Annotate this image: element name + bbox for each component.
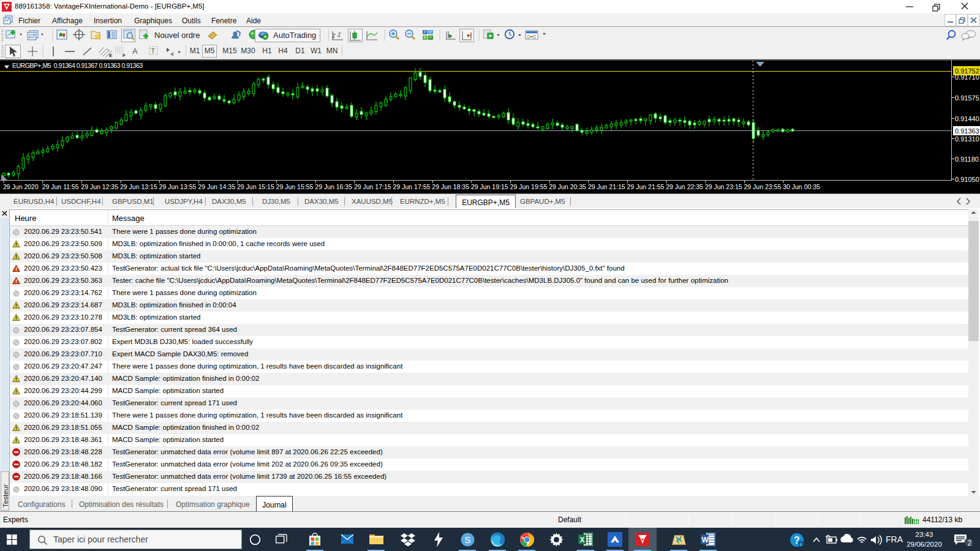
svg-text:2: 2 xyxy=(968,539,972,547)
svg-text:0.91440: 0.91440 xyxy=(955,115,979,122)
svg-text:30 Jun 00:35: 30 Jun 00:35 xyxy=(783,183,820,190)
svg-text:F: F xyxy=(123,53,126,58)
svg-text:29 Jun 17:15: 29 Jun 17:15 xyxy=(354,183,391,190)
svg-text:29 Jun 15:55: 29 Jun 15:55 xyxy=(276,183,314,190)
svg-text:29 Jun 17:55: 29 Jun 17:55 xyxy=(393,183,431,190)
svg-text:0.91575: 0.91575 xyxy=(955,94,979,102)
svg-text:i: i xyxy=(801,542,802,547)
svg-text:29 Jun 15:15: 29 Jun 15:15 xyxy=(237,183,274,190)
svg-text:29 Jun 23:15: 29 Jun 23:15 xyxy=(705,183,742,190)
svg-text:E: E xyxy=(109,53,113,58)
svg-text:29 Jun 19:15: 29 Jun 19:15 xyxy=(471,183,508,190)
svg-text:29 Jun 18:35: 29 Jun 18:35 xyxy=(432,183,469,190)
svg-text:29 Jun 13:55: 29 Jun 13:55 xyxy=(159,183,197,190)
svg-text:A: A xyxy=(132,47,138,56)
svg-text:0.91363: 0.91363 xyxy=(955,127,979,135)
svg-text:X: X xyxy=(580,536,585,544)
svg-text:T: T xyxy=(151,47,156,54)
svg-text:29 Jun 20:35: 29 Jun 20:35 xyxy=(549,183,586,190)
svg-text:0.91050: 0.91050 xyxy=(955,176,979,183)
svg-text:S: S xyxy=(465,534,471,545)
svg-text:EURGBP+,M5 0.91364 0.91367 0.: EURGBP+,M5 0.91364 0.91367 0.91363 0.913… xyxy=(12,62,143,69)
svg-text:29 Jun 23:55: 29 Jun 23:55 xyxy=(744,183,782,190)
svg-text:0.91710: 0.91710 xyxy=(955,73,979,81)
svg-text:0.91180: 0.91180 xyxy=(955,156,979,163)
svg-text:29 Jun 12:35: 29 Jun 12:35 xyxy=(81,183,118,190)
svg-text:29 Jun 19:55: 29 Jun 19:55 xyxy=(510,183,548,190)
svg-text:Testeur: Testeur xyxy=(2,484,9,508)
svg-text:29 Jun 11:55: 29 Jun 11:55 xyxy=(42,183,79,190)
svg-text:W: W xyxy=(702,536,709,544)
svg-text:29 Jun 21:15: 29 Jun 21:15 xyxy=(588,183,625,190)
svg-text:29 Jun 2020: 29 Jun 2020 xyxy=(3,183,39,190)
svg-text:29 Jun 14:35: 29 Jun 14:35 xyxy=(198,183,235,190)
svg-text:29 Jun 13:15: 29 Jun 13:15 xyxy=(120,183,157,190)
svg-text:29 Jun 22:35: 29 Jun 22:35 xyxy=(666,183,703,190)
svg-text:0.91310: 0.91310 xyxy=(955,135,979,143)
svg-text:29 Jun 16:35: 29 Jun 16:35 xyxy=(315,183,352,190)
svg-text:29 Jun 21:55: 29 Jun 21:55 xyxy=(627,183,665,190)
